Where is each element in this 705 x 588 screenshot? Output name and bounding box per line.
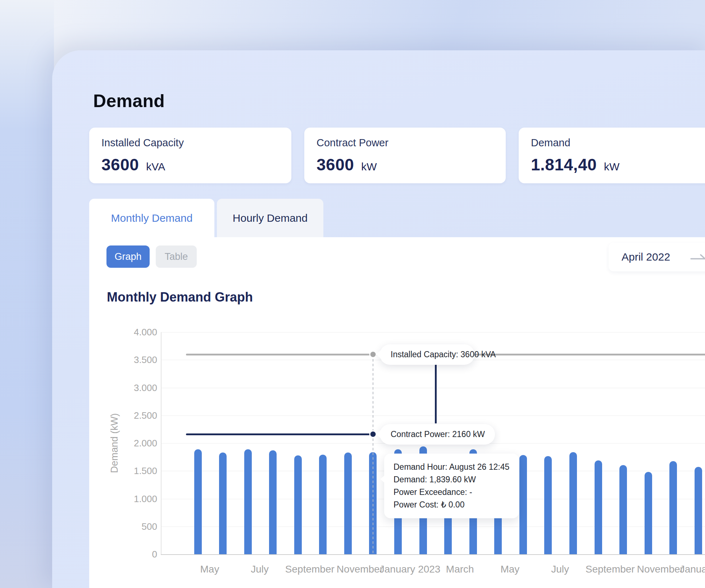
y-tick-label: 3.000 <box>118 382 157 393</box>
card-label: Contract Power <box>317 137 388 149</box>
y-tick-label: 2.500 <box>118 410 157 421</box>
bar[interactable] <box>344 453 352 554</box>
tab-monthly-demand[interactable]: Monthly Demand <box>89 199 214 237</box>
bar[interactable] <box>569 452 577 554</box>
tooltip-demand-value: Demand: 1,839.60 kW <box>394 473 510 486</box>
bar[interactable] <box>194 449 202 554</box>
y-tick-label: 3.500 <box>118 354 157 366</box>
bar[interactable] <box>244 449 252 554</box>
x-tick-label: July <box>551 564 569 575</box>
bar[interactable] <box>645 472 652 554</box>
x-tick-label: September <box>586 564 635 575</box>
x-tick-label: November <box>637 564 683 575</box>
card-unit: kW <box>604 161 619 173</box>
page-title: Demand <box>93 91 165 111</box>
tooltip-power-exceedance: Power Exceedance: - <box>394 486 510 499</box>
bar[interactable] <box>544 456 552 554</box>
card-unit: kVA <box>146 161 165 173</box>
card-unit: kW <box>361 161 377 173</box>
bar[interactable] <box>219 453 227 554</box>
bar[interactable] <box>695 467 702 554</box>
contract-power-tooltip: Contract Power: 2160 kW <box>380 424 495 445</box>
y-axis-title: Demand (kW) <box>109 413 120 473</box>
x-tick-label: March <box>446 564 474 575</box>
x-tick-label: May <box>200 564 219 575</box>
bar[interactable] <box>595 460 602 554</box>
y-tick-label: 1.500 <box>118 465 157 477</box>
y-tick-label: 1.000 <box>118 493 157 504</box>
x-tick-label: January 2024 <box>680 564 705 575</box>
card-label: Installed Capacity <box>101 137 184 149</box>
y-axis-line <box>161 332 162 554</box>
x-tick-label: May <box>500 564 519 575</box>
y-tick-label: 4.000 <box>118 327 157 338</box>
bar[interactable] <box>319 455 327 554</box>
tooltip-power-cost: Power Cost: ₺ 0.00 <box>394 499 510 511</box>
table-view-button[interactable]: Table <box>156 245 197 268</box>
card-value: 3600 <box>317 155 354 174</box>
gridline-0 <box>161 554 705 555</box>
bar[interactable] <box>269 450 277 554</box>
card-label: Demand <box>531 137 570 149</box>
y-tick-label: 2.000 <box>118 438 157 449</box>
installed-capacity-card: Installed Capacity 3600 kVA <box>89 128 291 183</box>
bar[interactable] <box>619 465 627 554</box>
date-picker[interactable]: April 2022 <box>609 243 705 271</box>
date-picker-value: April 2022 <box>622 251 670 263</box>
gridline-3.000 <box>161 388 705 388</box>
graph-view-button[interactable]: Graph <box>106 245 150 268</box>
x-tick-label: July <box>251 564 269 575</box>
y-tick-label: 500 <box>118 521 157 532</box>
card-value: 1.814,40 <box>531 155 597 174</box>
x-tick-label: September <box>285 564 335 575</box>
background-left-band <box>0 0 54 588</box>
contract-power-card: Contract Power 3600 kW <box>304 128 506 183</box>
demand-hover-tooltip: Demand Hour: August 26 12:45 Demand: 1,8… <box>384 454 519 518</box>
contract-power-line <box>186 433 373 435</box>
chart-title: Monthly Demand Graph <box>107 290 253 305</box>
installed-capacity-tooltip: Installed Capacity: 3600 kVA <box>380 344 474 365</box>
bar[interactable] <box>669 461 677 554</box>
demand-card: Demand 1.814,40 kW <box>519 128 705 183</box>
card-value: 3600 <box>101 155 139 174</box>
hover-dashed-line <box>373 354 373 554</box>
arrow-right-icon <box>690 253 705 263</box>
bar[interactable] <box>519 455 527 554</box>
x-tick-label: January 2023 <box>379 564 441 575</box>
x-tick-label: November <box>337 564 383 575</box>
gridline-2.500 <box>161 415 705 416</box>
gridline-4.000 <box>161 332 705 332</box>
bar[interactable] <box>294 455 302 554</box>
tooltip-demand-hour: Demand Hour: August 26 12:45 <box>394 461 510 473</box>
y-tick-label: 0 <box>118 549 157 560</box>
tab-hourly-demand[interactable]: Hourly Demand <box>217 199 323 237</box>
tooltip-connector-line <box>435 365 437 423</box>
